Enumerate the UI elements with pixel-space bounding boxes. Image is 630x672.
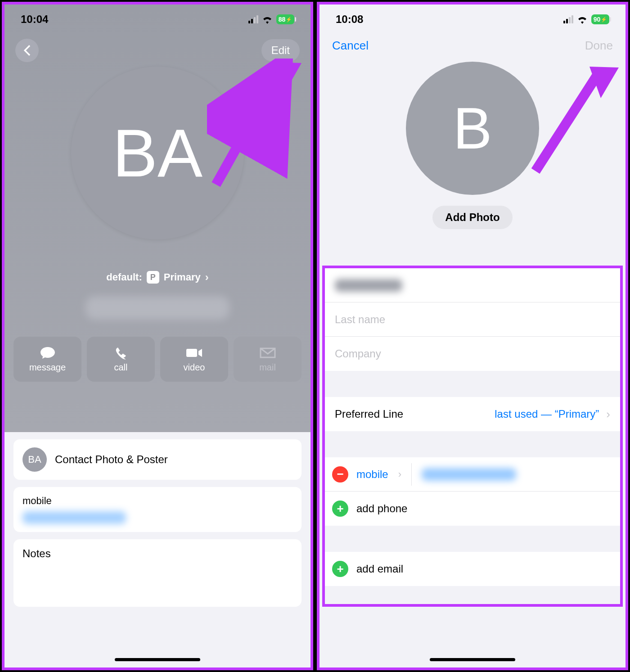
done-button[interactable]: Done — [585, 39, 613, 53]
battery-icon: 90⚡ — [591, 14, 609, 24]
call-button[interactable]: call — [87, 337, 155, 382]
default-line-row[interactable]: default: P Primary › — [4, 271, 310, 284]
home-indicator[interactable] — [115, 658, 200, 661]
phone-number-blurred[interactable] — [422, 468, 516, 481]
back-button[interactable] — [15, 39, 39, 62]
notes-section[interactable]: Notes — [14, 539, 302, 607]
contact-photo-poster-row[interactable]: BA Contact Photo & Poster — [14, 439, 302, 480]
wifi-icon — [577, 15, 588, 24]
svg-marker-3 — [590, 67, 619, 98]
mail-icon — [259, 346, 276, 360]
contact-avatar[interactable]: B — [406, 62, 539, 195]
status-time: 10:04 — [21, 13, 48, 26]
first-name-blurred — [335, 279, 402, 292]
svg-marker-1 — [272, 62, 302, 95]
message-icon — [39, 346, 56, 360]
status-bar: 10:08 90⚡ — [320, 5, 626, 34]
svg-line-2 — [536, 77, 596, 171]
photo-poster-label: Contact Photo & Poster — [55, 453, 168, 466]
edit-fields-highlight: Last name Company Preferred Line last us… — [322, 266, 623, 607]
signal-icon — [563, 15, 573, 23]
battery-icon: 88⚡ — [276, 14, 294, 24]
add-icon[interactable]: + — [332, 501, 348, 517]
chevron-right-icon: › — [205, 271, 209, 284]
add-email-label: add email — [356, 563, 403, 575]
status-time: 10:08 — [336, 13, 363, 26]
mobile-label: mobile — [22, 495, 292, 507]
preferred-line-label: Preferred Line — [335, 408, 403, 420]
mini-avatar-icon: BA — [22, 447, 47, 472]
remove-phone-button[interactable]: − — [332, 466, 348, 483]
message-button[interactable]: message — [14, 337, 81, 382]
default-value: Primary — [164, 271, 201, 283]
add-email-row[interactable]: + add email — [325, 552, 620, 586]
preferred-line-row[interactable]: Preferred Line last used — “Primary” › — [325, 397, 620, 431]
contact-avatar: BA — [71, 67, 244, 239]
mail-button: mail — [234, 337, 302, 382]
company-field[interactable]: Company — [325, 337, 620, 371]
video-button[interactable]: video — [160, 337, 228, 382]
notes-label: Notes — [22, 547, 292, 560]
first-name-field[interactable] — [325, 268, 620, 302]
status-icons: 88⚡ — [248, 14, 294, 24]
phone-type-label[interactable]: mobile — [356, 468, 388, 481]
add-phone-row[interactable]: + add phone — [325, 492, 620, 526]
annotation-arrow-icon — [526, 63, 626, 180]
cancel-button[interactable]: Cancel — [332, 39, 369, 53]
default-label: default: — [106, 271, 142, 283]
mobile-phone-row[interactable]: mobile — [14, 487, 302, 532]
chevron-right-icon: › — [606, 407, 610, 421]
signal-icon — [248, 15, 258, 23]
phone-icon — [112, 346, 130, 360]
contact-name-blurred — [86, 296, 230, 320]
add-icon[interactable]: + — [332, 561, 348, 577]
preferred-line-value: last used — “Primary” — [495, 408, 599, 420]
add-phone-label: add phone — [356, 502, 407, 515]
home-indicator[interactable] — [430, 658, 515, 661]
video-icon — [186, 346, 203, 360]
status-icons: 90⚡ — [563, 14, 609, 24]
phone-number-blurred — [22, 511, 126, 524]
chevron-right-icon: › — [398, 469, 401, 480]
add-photo-button[interactable]: Add Photo — [432, 206, 512, 229]
phone-row[interactable]: − mobile › — [325, 457, 620, 492]
wifi-icon — [262, 15, 273, 24]
edit-button[interactable]: Edit — [261, 39, 300, 62]
last-name-field[interactable]: Last name — [325, 302, 620, 337]
primary-badge-icon: P — [147, 271, 159, 284]
status-bar: 10:04 88⚡ — [4, 5, 310, 34]
